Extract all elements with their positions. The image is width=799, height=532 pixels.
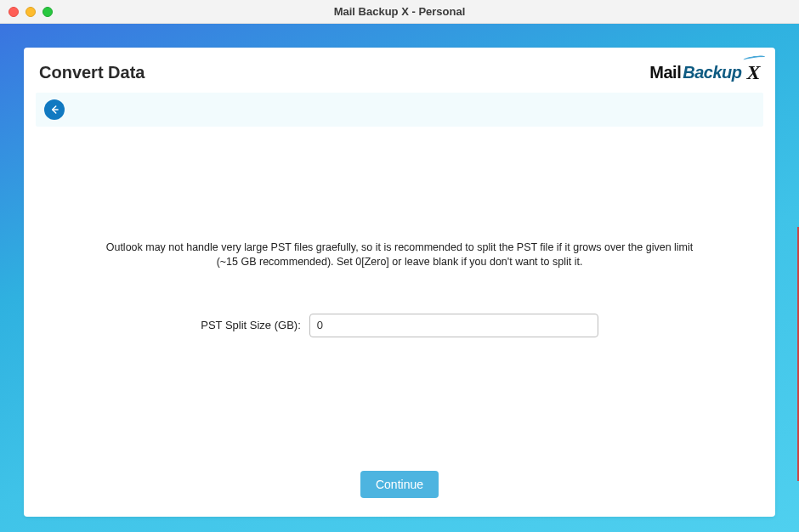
back-button[interactable] xyxy=(44,99,65,120)
main-card: Convert Data MailBackup X xyxy=(24,48,775,517)
titlebar: Mail Backup X - Personal xyxy=(0,0,799,24)
pst-split-input[interactable] xyxy=(309,314,598,337)
logo-text-backup: Backup xyxy=(683,63,741,82)
header-row: Convert Data MailBackup X xyxy=(36,59,763,93)
logo-swoosh-icon xyxy=(743,54,765,60)
content-area: Outlook may not handle very large PST fi… xyxy=(36,127,763,471)
pst-split-label: PST Split Size (GB): xyxy=(201,319,301,331)
logo-x: X xyxy=(746,61,760,84)
arrow-left-icon xyxy=(48,104,60,116)
window-title: Mail Backup X - Personal xyxy=(0,5,799,18)
page-title: Convert Data xyxy=(39,63,144,82)
toolbar xyxy=(36,93,763,127)
app-window: Mail Backup X - Personal Convert Data Ma… xyxy=(0,0,799,532)
logo-x-text: X xyxy=(746,61,760,83)
app-logo: MailBackup X xyxy=(649,61,760,84)
logo-text-mail: Mail xyxy=(649,63,681,82)
window-body: Convert Data MailBackup X xyxy=(0,24,799,532)
description-text: Outlook may not handle very large PST fi… xyxy=(95,241,704,269)
footer-row: Continue xyxy=(36,471,763,500)
continue-button[interactable]: Continue xyxy=(360,471,439,498)
pst-split-field-row: PST Split Size (GB): xyxy=(201,314,598,337)
